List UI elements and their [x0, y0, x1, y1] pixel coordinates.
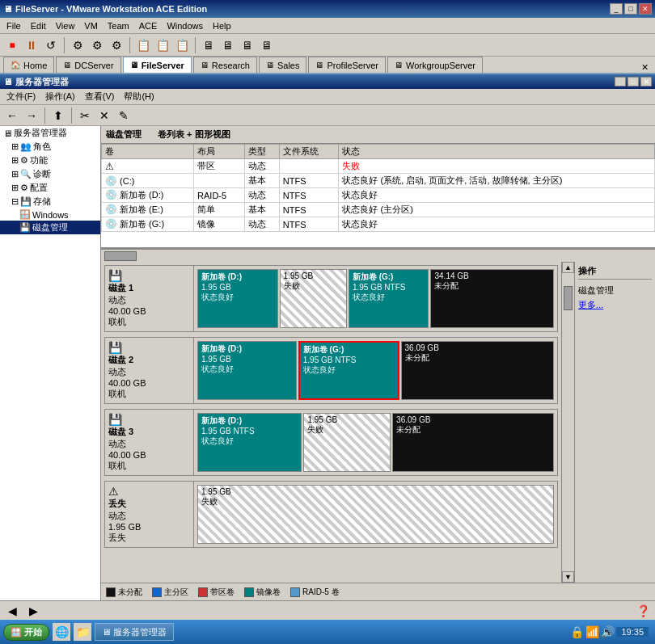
taskbar-folder-icon[interactable]: 📁: [74, 623, 91, 641]
actions-more-link[interactable]: 更多...: [578, 298, 652, 312]
menu-ace[interactable]: ACE: [134, 19, 163, 32]
toolbar-btn3[interactable]: ⚙: [108, 36, 125, 54]
tree-item-storage[interactable]: ⊟ 💾 存储: [0, 195, 100, 208]
disk-segment[interactable]: 36.09 GB未分配: [401, 341, 554, 400]
disk-segment[interactable]: 34.14 GB未分配: [430, 269, 554, 328]
toolbar: ■ ⏸ ↺ ⚙ ⚙ ⚙ 📋 📋 📋 🖥 🖥 🖥 🖥: [0, 34, 655, 57]
menu-view[interactable]: View: [51, 19, 80, 32]
disk-segment[interactable]: 1.95 GB失败: [303, 413, 391, 472]
inner-menu-view[interactable]: 查看(V): [80, 89, 120, 104]
menu-help[interactable]: Help: [208, 19, 236, 32]
inner-toolbar: ← → ⬆ ✂ ✕ ✎: [0, 105, 655, 126]
menu-edit[interactable]: Edit: [26, 19, 51, 32]
menu-vm[interactable]: VM: [79, 19, 103, 32]
toolbar-btn8[interactable]: 🖥: [219, 36, 237, 54]
status-help-icon[interactable]: ❓: [634, 602, 652, 620]
disk-segment[interactable]: 新加卷 (D:)1.95 GB状态良好: [197, 269, 278, 328]
title-bar: 🖥 FileServer - VMware Workstation ACE Ed…: [0, 0, 655, 18]
scroll-thumb[interactable]: [564, 286, 573, 310]
status-icon2: ▶: [24, 602, 42, 620]
tree-item-config[interactable]: ⊞ ⚙ 配置: [0, 181, 100, 195]
disk-scrollbar[interactable]: ▲ ▼: [561, 262, 574, 583]
actions-panel: 操作 磁盘管理 更多...: [574, 262, 655, 583]
tab-research[interactable]: 🖥 Research: [193, 57, 257, 73]
tab-dcserver-label: DCServer: [74, 61, 113, 70]
toolbar-refresh[interactable]: ↺: [42, 36, 60, 54]
inner-tb-up[interactable]: ⬆: [49, 107, 67, 124]
tree-item-windows[interactable]: 🪟 Windows: [0, 208, 100, 221]
toolbar-btn9[interactable]: 🖥: [239, 36, 256, 54]
tree-item-diagnostics[interactable]: ⊞ 🔍 诊断: [0, 167, 100, 181]
inner-menu-action[interactable]: 操作(A): [40, 89, 80, 104]
table-row[interactable]: 💿 新加卷 (G:) 镜像 动态 NTFS 状态良好: [102, 217, 655, 232]
tree-expand-features[interactable]: ⊞: [11, 155, 19, 166]
inner-tb-rename[interactable]: ✎: [115, 107, 133, 124]
tab-workgroupserver[interactable]: 🖥 WorkgroupServer: [387, 57, 483, 73]
tab-fileserver[interactable]: 🖥 FileServer: [123, 57, 192, 73]
toolbar-btn2[interactable]: ⚙: [88, 36, 106, 54]
tree-item-servermanager[interactable]: 🖥 服务器管理器: [0, 126, 100, 140]
tree-expand-storage[interactable]: ⊟: [11, 196, 19, 207]
inner-maximize[interactable]: □: [628, 77, 639, 86]
toolbar-btn5[interactable]: 📋: [154, 36, 171, 54]
toolbar-btn1[interactable]: ⚙: [69, 36, 87, 54]
disk-row: 💾 磁盘 2 动态 40.00 GB 联机 新加卷 (D:)1.95 GB状态良…: [104, 337, 558, 404]
col-type: 类型: [244, 145, 279, 159]
tree-expand-config[interactable]: ⊞: [11, 183, 19, 193]
table-row[interactable]: 💿 (C:) 基本 NTFS 状态良好 (系统, 启动, 页面文件, 活动, 故…: [102, 174, 655, 188]
tab-profileserver[interactable]: 🖥 ProfileServer: [308, 57, 386, 73]
inner-menu-help[interactable]: 帮助(H): [119, 89, 158, 104]
toolbar-btn6[interactable]: 📋: [173, 36, 191, 54]
inner-tb-back[interactable]: ←: [3, 107, 21, 124]
inner-title-controls: _ □ ✕: [615, 77, 652, 86]
disk-segment[interactable]: 新加卷 (D:)1.95 GB状态良好: [197, 341, 297, 400]
inner-minimize[interactable]: _: [615, 77, 626, 86]
disk-segment[interactable]: 1.95 GB失败: [197, 485, 554, 544]
toolbar-btn4[interactable]: 📋: [134, 36, 152, 54]
tab-bar-close[interactable]: ✕: [638, 62, 652, 73]
menu-team[interactable]: Team: [103, 19, 134, 32]
tree-item-roles[interactable]: ⊞ 👥 角色: [0, 140, 100, 154]
toolbar-pause[interactable]: ⏸: [23, 36, 40, 54]
sales-icon: 🖥: [266, 61, 274, 69]
inner-close[interactable]: ✕: [640, 77, 652, 86]
tree-item-features[interactable]: ⊞ ⚙ 功能: [0, 154, 100, 167]
toolbar-btn10[interactable]: 🖥: [258, 36, 276, 54]
research-icon: 🖥: [201, 61, 209, 69]
tab-home[interactable]: 🏠 Home: [3, 57, 54, 73]
tree-diag-icon: 🔍: [20, 169, 32, 179]
inner-tb-delete[interactable]: ✕: [95, 107, 113, 124]
tree-panel: 🖥 服务器管理器 ⊞ 👥 角色 ⊞ ⚙ 功能 ⊞ 🔍 诊断 ⊞ ⚙ 配置: [0, 126, 101, 600]
tree-expand-roles[interactable]: ⊞: [11, 141, 19, 152]
disk-label: ⚠ 丢失 动态 1.95 GB 丢失: [105, 482, 194, 547]
start-label: 开始: [24, 626, 42, 638]
disk-segment[interactable]: 1.95 GB失败: [280, 269, 347, 328]
table-scroll-h[interactable]: [101, 249, 655, 262]
col-layout: 布局: [194, 145, 245, 159]
toolbar-btn7[interactable]: 🖥: [200, 36, 218, 54]
table-row[interactable]: 💿 新加卷 (E:) 简单 基本 NTFS 状态良好 (主分区): [102, 203, 655, 217]
table-row[interactable]: 💿 新加卷 (D:) RAID-5 动态 NTFS 状态良好: [102, 188, 655, 203]
tray-icon3: 🔊: [601, 625, 615, 638]
close-button[interactable]: ✕: [639, 3, 652, 15]
tab-sales[interactable]: 🖥 Sales: [259, 57, 307, 73]
minimize-button[interactable]: _: [610, 3, 623, 15]
table-row[interactable]: ⚠ 带区 动态 失败: [102, 159, 655, 174]
tree-expand-diag[interactable]: ⊞: [11, 169, 19, 179]
inner-tb-cut[interactable]: ✂: [76, 107, 94, 124]
menu-file[interactable]: File: [2, 19, 26, 32]
disk-segment[interactable]: 新加卷 (G:)1.95 GB NTFS状态良好: [298, 341, 399, 400]
taskbar-item-servermanager[interactable]: 🖥 服务器管理器: [95, 623, 174, 641]
inner-tb-forward[interactable]: →: [23, 107, 40, 124]
maximize-button[interactable]: □: [624, 3, 637, 15]
menu-windows[interactable]: Windows: [162, 19, 208, 32]
disk-segment[interactable]: 36.09 GB未分配: [392, 413, 554, 472]
taskbar-ie-icon[interactable]: 🌐: [53, 623, 70, 641]
tab-dcserver[interactable]: 🖥 DCServer: [56, 57, 120, 73]
toolbar-power-red[interactable]: ■: [3, 36, 21, 54]
disk-segment[interactable]: 新加卷 (D:)1.95 GB NTFS状态良好: [197, 413, 302, 472]
tree-item-diskmanager[interactable]: 💾 磁盘管理: [0, 221, 100, 234]
start-button[interactable]: 🪟 开始: [3, 624, 49, 641]
inner-menu-file[interactable]: 文件(F): [2, 89, 40, 104]
disk-segment[interactable]: 新加卷 (G:)1.95 GB NTFS状态良好: [349, 269, 429, 328]
